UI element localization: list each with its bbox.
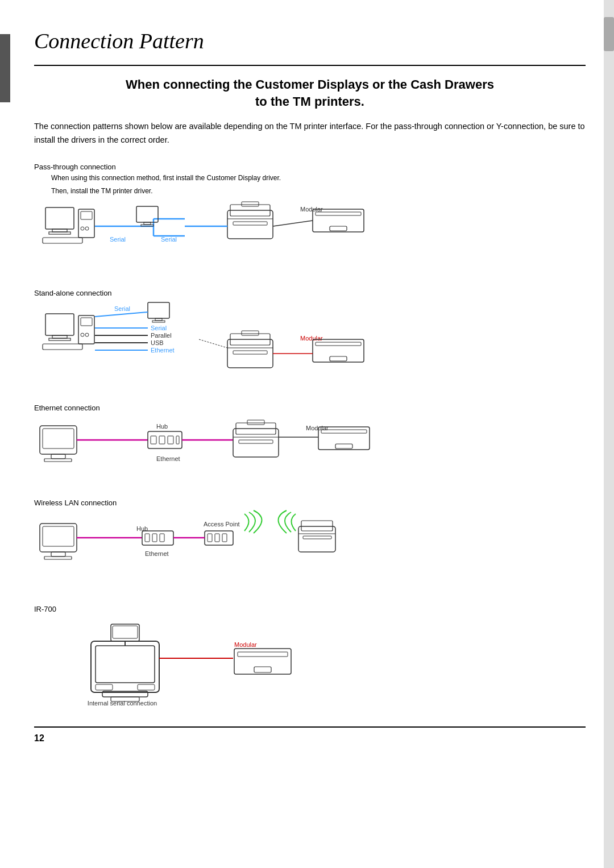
svg-rect-60 xyxy=(40,426,77,454)
top-divider xyxy=(34,65,586,66)
left-bookmark xyxy=(0,34,10,102)
svg-rect-107 xyxy=(113,626,138,638)
svg-line-39 xyxy=(95,312,148,317)
svg-rect-112 xyxy=(138,684,155,690)
svg-rect-4 xyxy=(81,211,92,219)
svg-point-5 xyxy=(81,227,84,230)
diagram-label-wireless: Wireless LAN connection xyxy=(34,499,586,507)
svg-text:Serial: Serial xyxy=(110,236,126,243)
svg-rect-83 xyxy=(40,524,77,552)
svg-line-54 xyxy=(199,339,227,348)
bottom-divider xyxy=(34,726,586,728)
svg-rect-38 xyxy=(152,321,165,322)
diagram-ir700: IR-700 xyxy=(34,605,586,709)
svg-rect-21 xyxy=(242,202,259,206)
intro-text: The connection patterns shown below are … xyxy=(34,120,586,146)
svg-rect-2 xyxy=(49,232,70,234)
svg-rect-49 xyxy=(227,339,273,368)
svg-rect-61 xyxy=(43,429,74,448)
svg-rect-68 xyxy=(168,436,173,444)
svg-rect-30 xyxy=(49,338,70,340)
diagram-svg-ethernet: Hub Ethernet Modular xyxy=(34,414,557,483)
diagram-svg-pass-through: Serial Serial xyxy=(34,199,557,273)
svg-rect-95 xyxy=(205,531,233,545)
svg-rect-115 xyxy=(234,649,291,674)
diagram-sublabel-pass-through-2: Then, install the TM printer driver. xyxy=(51,186,586,196)
svg-rect-105 xyxy=(96,646,155,683)
svg-text:Access Point: Access Point xyxy=(204,521,240,528)
svg-rect-77 xyxy=(247,420,264,425)
diagram-svg-wireless: Hub Ethernet Access Point xyxy=(34,509,557,589)
svg-rect-89 xyxy=(142,531,173,545)
svg-text:Modular: Modular xyxy=(306,425,329,431)
svg-text:Serial: Serial xyxy=(161,236,177,243)
svg-rect-69 xyxy=(176,436,179,444)
diagram-sublabel-pass-through-1: When using this connection method, first… xyxy=(51,173,586,183)
page: Connection Pattern When connecting the C… xyxy=(0,0,614,868)
svg-text:Ethernet: Ethernet xyxy=(145,550,169,557)
svg-text:Modular: Modular xyxy=(234,641,257,648)
svg-rect-52 xyxy=(233,351,267,354)
svg-rect-103 xyxy=(303,536,331,539)
diagram-label-ethernet: Ethernet connection xyxy=(34,404,586,412)
svg-rect-35 xyxy=(43,344,82,350)
svg-rect-116 xyxy=(238,652,288,657)
svg-rect-90 xyxy=(145,534,150,542)
svg-text:Ethernet: Ethernet xyxy=(151,347,175,354)
svg-rect-57 xyxy=(316,342,361,346)
svg-rect-53 xyxy=(242,331,259,335)
diagram-label-pass-through: Pass-through connection xyxy=(34,163,586,171)
svg-point-33 xyxy=(81,333,84,337)
svg-rect-84 xyxy=(43,526,74,546)
right-scrollbar[interactable] xyxy=(604,0,614,868)
svg-rect-20 xyxy=(233,222,267,225)
svg-rect-76 xyxy=(239,440,273,443)
svg-rect-63 xyxy=(44,459,72,462)
svg-rect-62 xyxy=(51,454,65,459)
main-content: Connection Pattern When connecting the C… xyxy=(34,0,586,778)
svg-rect-32 xyxy=(81,318,92,326)
diagram-label-stand-alone: Stand-alone connection xyxy=(34,289,586,297)
section-heading: When connecting the Customer Displays or… xyxy=(34,76,586,110)
svg-rect-66 xyxy=(151,436,156,444)
svg-rect-81 xyxy=(335,444,352,448)
diagram-svg-ir700: Modular Internal serial connection xyxy=(34,616,557,709)
svg-rect-17 xyxy=(227,210,273,239)
svg-rect-16 xyxy=(141,225,154,226)
diagram-label-ir700: IR-700 xyxy=(34,605,586,613)
page-number: 12 xyxy=(34,733,586,744)
svg-rect-67 xyxy=(159,436,165,444)
svg-line-27 xyxy=(273,221,313,226)
svg-rect-25 xyxy=(330,226,347,231)
diagram-stand-alone: Stand-alone connection xyxy=(34,289,586,388)
svg-rect-56 xyxy=(313,339,364,362)
svg-text:Ethernet: Ethernet xyxy=(156,455,180,462)
svg-rect-92 xyxy=(160,534,164,542)
svg-rect-97 xyxy=(215,534,219,542)
svg-rect-111 xyxy=(96,684,113,690)
diagram-ethernet: Ethernet connection xyxy=(34,404,586,483)
diagram-pass-through: Pass-through connection When using this … xyxy=(34,163,586,273)
svg-text:Internal serial connection: Internal serial connection xyxy=(88,700,157,707)
svg-rect-91 xyxy=(152,534,157,542)
page-title: Connection Pattern xyxy=(34,28,586,53)
svg-rect-36 xyxy=(148,302,169,318)
svg-text:Hub: Hub xyxy=(156,423,168,430)
svg-rect-58 xyxy=(330,356,347,361)
svg-point-34 xyxy=(85,333,89,337)
svg-rect-0 xyxy=(45,207,74,229)
svg-rect-73 xyxy=(233,429,279,457)
svg-rect-7 xyxy=(43,238,82,243)
scrollbar-thumb[interactable] xyxy=(604,17,614,51)
svg-rect-85 xyxy=(51,552,65,556)
svg-text:Parallel: Parallel xyxy=(151,332,172,339)
svg-text:USB: USB xyxy=(151,339,164,346)
svg-text:Modular: Modular xyxy=(300,335,323,342)
svg-rect-101 xyxy=(301,521,333,531)
svg-text:Serial: Serial xyxy=(114,305,130,312)
svg-rect-96 xyxy=(208,534,212,542)
svg-text:Serial: Serial xyxy=(151,325,167,331)
svg-rect-117 xyxy=(254,667,271,672)
svg-rect-14 xyxy=(136,206,158,222)
svg-rect-23 xyxy=(313,209,364,232)
